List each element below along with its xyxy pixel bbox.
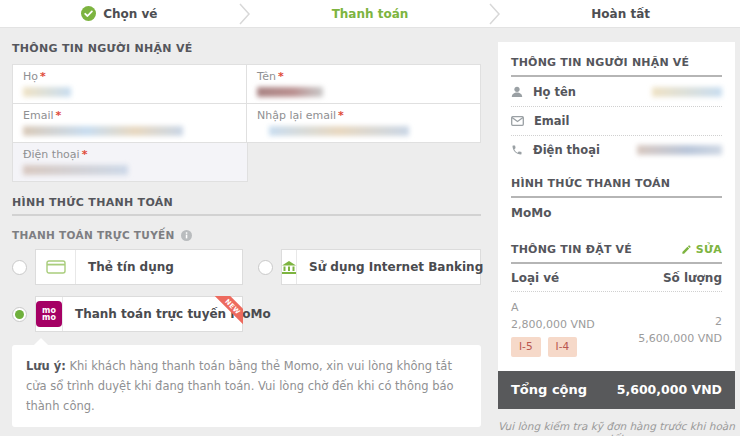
field-dien-thoai[interactable]: Điện thoại* xyxy=(12,142,248,182)
redacted-value xyxy=(269,126,409,136)
note-body: Khi khách hàng thanh toán bằng thẻ Momo,… xyxy=(26,359,454,413)
bank-icon xyxy=(282,261,296,274)
online-payment-label: THANH TOÁN TRỰC TUYẾN xyxy=(12,229,175,241)
summary-recipient-title: THÔNG TIN NGƯỜI NHẬN VÉ xyxy=(511,42,722,77)
new-ribbon: NEW xyxy=(211,296,243,328)
section-divider xyxy=(12,214,481,216)
checkout-content: THÔNG TIN NGƯỜI NHẬN VÉ Họ* Tên* Email* xyxy=(0,28,740,436)
step-chon-ve[interactable]: Chọn vé xyxy=(0,6,239,21)
payment-method-value: MoMo xyxy=(511,198,722,230)
redacted-value xyxy=(257,87,323,97)
order-item-row: A 2,800,000 VND I-5 I-4 2 5,600,000 VND xyxy=(511,292,722,367)
ticket-subtotal: 5,600,000 VND xyxy=(638,331,722,348)
step-label: Chọn vé xyxy=(103,7,157,21)
envelope-icon xyxy=(511,116,524,126)
seat-tag: I-4 xyxy=(548,337,578,357)
recipient-form-title: THÔNG TIN NGƯỜI NHẬN VÉ xyxy=(12,42,481,55)
credit-card-icon xyxy=(46,260,66,274)
recipient-form: Họ* Tên* Email* Nhập lại email* xyxy=(12,64,481,182)
redacted-value xyxy=(637,145,722,155)
order-table-header: Loại vé Số lượng xyxy=(511,264,722,291)
summary-row-email: Email xyxy=(511,106,722,135)
momo-logo: mo mo xyxy=(36,301,62,327)
field-ten[interactable]: Tên* xyxy=(246,64,481,104)
radio-internet-banking[interactable] xyxy=(258,260,273,275)
seat-tags: I-5 I-4 xyxy=(511,337,595,357)
col-quantity: Số lượng xyxy=(663,271,722,285)
chevron-right-icon xyxy=(239,3,251,25)
option-internet-banking[interactable]: Sử dụng Internet Banking xyxy=(258,249,481,285)
total-bar: Tổng cộng 5,600,000 VND xyxy=(498,371,735,409)
radio-credit-card[interactable] xyxy=(12,260,27,275)
option-momo[interactable]: mo mo Thanh toán trực tuyến MoMo NEW xyxy=(12,296,243,332)
ticket-price: 2,800,000 VND xyxy=(511,317,595,334)
step-label: Hoàn tất xyxy=(591,7,650,21)
pencil-icon xyxy=(681,244,692,255)
order-summary-column: THÔNG TIN NGƯỜI NHẬN VÉ Họ tên Email xyxy=(498,42,735,436)
ticket-type: A xyxy=(511,300,595,317)
person-icon xyxy=(511,86,523,98)
payment-section-title: HÌNH THỨC THANH TOÁN xyxy=(12,196,481,209)
option-credit-card[interactable]: Thẻ tín dụng xyxy=(12,249,243,285)
radio-momo[interactable] xyxy=(12,307,27,322)
seat-tag: I-5 xyxy=(511,337,541,357)
redacted-value xyxy=(23,87,71,97)
field-ho[interactable]: Họ* xyxy=(12,64,247,104)
check-order-note: Vui lòng kiểm tra kỹ đơn hàng trước khi … xyxy=(498,420,735,436)
payment-options-row: mo mo Thanh toán trực tuyến MoMo NEW xyxy=(12,296,481,332)
edit-order-link[interactable]: SỬA xyxy=(681,243,722,256)
online-payment-header: THANH TOÁN TRỰC TUYẾN xyxy=(12,229,481,241)
summary-order-title: THÔNG TIN ĐẶT VÉ SỬA xyxy=(511,230,722,264)
summary-row-phone: Điện thoại xyxy=(511,135,722,164)
field-nhap-lai-email[interactable]: Nhập lại email* xyxy=(246,103,481,143)
field-email[interactable]: Email* xyxy=(12,103,247,143)
redacted-value xyxy=(23,165,128,175)
ticket-quantity: 2 xyxy=(638,314,722,331)
total-value: 5,600,000 VND xyxy=(617,382,722,397)
redacted-value xyxy=(652,87,722,97)
check-circle-icon xyxy=(81,6,96,21)
info-icon[interactable] xyxy=(181,230,192,241)
order-summary-card: THÔNG TIN NGƯỜI NHẬN VÉ Họ tên Email xyxy=(498,42,735,409)
chevron-right-icon xyxy=(489,3,501,25)
summary-payment-title: HÌNH THỨC THANH TOÁN xyxy=(511,164,722,198)
empty-cell xyxy=(247,142,481,182)
step-label: Thanh toán xyxy=(332,7,409,21)
payment-form-column: THÔNG TIN NGƯỜI NHẬN VÉ Họ* Tên* Email* xyxy=(12,42,481,427)
total-label: Tổng cộng xyxy=(511,382,587,397)
summary-row-name: Họ tên xyxy=(511,77,722,106)
step-hoan-tat: Hoàn tất xyxy=(501,7,740,21)
checkout-stepper: Chọn vé Thanh toán Hoàn tất xyxy=(0,0,740,28)
payment-options-row: Thẻ tín dụng Sử dụng Inter xyxy=(12,249,481,285)
momo-note-callout: Lưu ý: Khi khách hàng thanh toán bằng th… xyxy=(12,345,481,427)
phone-icon xyxy=(511,144,523,156)
col-ticket-type: Loại vé xyxy=(511,271,559,285)
step-thanh-toan: Thanh toán xyxy=(251,7,490,21)
redacted-value xyxy=(23,126,183,136)
note-title: Lưu ý: xyxy=(26,359,66,373)
